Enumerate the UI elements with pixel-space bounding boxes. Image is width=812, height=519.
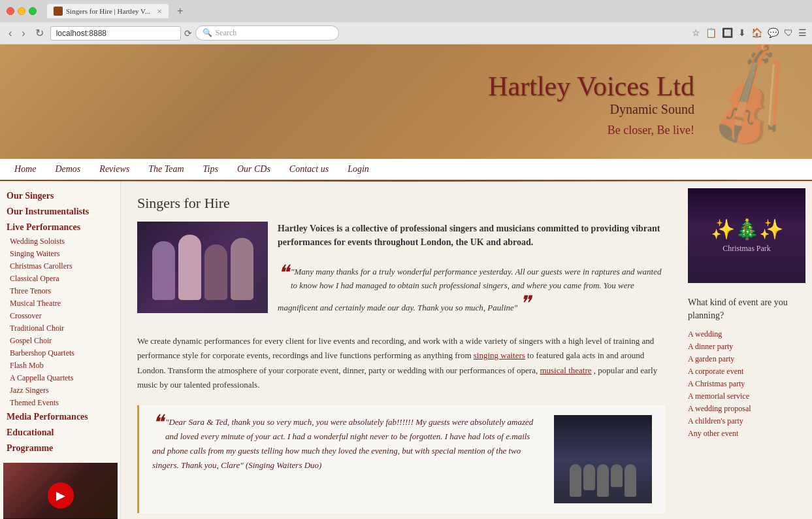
event-type-wedding[interactable]: A wedding bbox=[688, 328, 805, 341]
event-link-other[interactable]: Any other event bbox=[688, 427, 805, 440]
event-link-corporate[interactable]: A corporate event bbox=[688, 365, 805, 378]
event-type-other[interactable]: Any other event bbox=[688, 427, 805, 440]
nav-item-reviews[interactable]: Reviews bbox=[91, 159, 137, 180]
tab-title: Singers for Hire | Hartley V... bbox=[66, 7, 150, 15]
search-bar[interactable]: 🔍 Search bbox=[195, 25, 339, 41]
quote-1-italic: "Many many thanks for a truly wonderful … bbox=[278, 267, 661, 312]
tab-close-button[interactable]: ✕ bbox=[157, 8, 162, 15]
sidebar-link-three-tenors[interactable]: Three Tenors bbox=[3, 285, 117, 297]
nav-link-team[interactable]: The Team bbox=[140, 159, 191, 180]
browser-tab[interactable]: Singers for Hire | Hartley V... ✕ bbox=[47, 4, 169, 18]
sidebar-link-flash-mob[interactable]: Flash Mob bbox=[3, 360, 117, 372]
sidebar-link-musical-theatre[interactable]: Musical Theatre bbox=[3, 297, 117, 310]
shield-icon[interactable]: 🛡 bbox=[784, 28, 793, 39]
nav-item-tips[interactable]: Tips bbox=[195, 159, 226, 180]
close-window-button[interactable] bbox=[7, 7, 14, 15]
refresh-button[interactable]: ↻ bbox=[32, 25, 47, 41]
sidebar-video[interactable]: ▶ Hartley Voices on Paul O'G... bbox=[3, 463, 118, 519]
event-type-memorial[interactable]: A memorial service bbox=[688, 390, 805, 403]
menu-icon[interactable]: ☰ bbox=[798, 27, 807, 39]
sidebar-heading-media-performances[interactable]: Media Performances bbox=[3, 409, 117, 425]
address-bar[interactable] bbox=[50, 26, 181, 41]
nav-link-tips[interactable]: Tips bbox=[195, 159, 226, 180]
bookmark-icon[interactable]: ☆ bbox=[692, 27, 700, 39]
video-thumbnail: ▶ bbox=[3, 463, 118, 519]
sidebar-link-themed-events[interactable]: Themed Events bbox=[3, 397, 117, 409]
reader-icon[interactable]: 📋 bbox=[706, 27, 717, 39]
singer-2 bbox=[178, 235, 201, 300]
intro-bold-text: Hartley Voices is a collective of profes… bbox=[278, 222, 665, 249]
nav-item-cds[interactable]: Our CDs bbox=[229, 159, 278, 180]
new-tab-button[interactable]: + bbox=[177, 5, 183, 17]
tab-favicon bbox=[54, 7, 63, 16]
nav-item-demos[interactable]: Demos bbox=[47, 159, 88, 180]
nav-item-contact[interactable]: Contact us bbox=[282, 159, 336, 180]
reload-button[interactable]: ⟳ bbox=[184, 28, 192, 39]
nav-item-login[interactable]: Login bbox=[340, 159, 377, 180]
nav-item-team[interactable]: The Team bbox=[140, 159, 191, 180]
nav-link-cds[interactable]: Our CDs bbox=[229, 159, 278, 180]
sidebar-heading-instrumentalists[interactable]: Our Instrumentalists bbox=[3, 204, 117, 220]
nav-link-reviews[interactable]: Reviews bbox=[91, 159, 137, 180]
sidebar-link-gospel-choir[interactable]: Gospel Choir bbox=[3, 335, 117, 347]
home-icon[interactable]: 🏠 bbox=[751, 27, 762, 39]
sidebar-heading-educational[interactable]: Educational bbox=[3, 425, 117, 441]
back-button[interactable]: ‹ bbox=[5, 26, 15, 41]
sidebar-link-barbershop-quartets[interactable]: Barbershop Quartets bbox=[3, 347, 117, 360]
event-type-proposal[interactable]: A wedding proposal bbox=[688, 403, 805, 415]
feedback-icon[interactable]: 💬 bbox=[768, 27, 779, 39]
event-scene bbox=[554, 415, 652, 503]
event-link-memorial[interactable]: A memorial service bbox=[688, 390, 805, 403]
minimize-window-button[interactable] bbox=[18, 7, 25, 15]
event-type-garden-party[interactable]: A garden party bbox=[688, 353, 805, 365]
nav-link-demos[interactable]: Demos bbox=[47, 159, 88, 180]
video-preview: ▶ bbox=[3, 463, 118, 519]
open-quote-mark: ❝ bbox=[278, 262, 289, 283]
sidebar-link-wedding-soloists[interactable]: Wedding Soloists bbox=[3, 235, 117, 248]
singing-waiters-link[interactable]: singing waiters bbox=[474, 350, 525, 360]
search-placeholder: Search bbox=[216, 28, 237, 38]
sidebar-link-traditional-choir[interactable]: Traditional Choir bbox=[3, 322, 117, 335]
event-type-corporate[interactable]: A corporate event bbox=[688, 365, 805, 378]
sidebar-link-crossover[interactable]: Crossover bbox=[3, 310, 117, 322]
sidebar-link-a-cappella[interactable]: A Cappella Quartets bbox=[3, 372, 117, 384]
maximize-window-button[interactable] bbox=[29, 7, 37, 15]
event-link-wedding[interactable]: A wedding bbox=[688, 328, 805, 341]
logo-tagline: Be closer, Be live! bbox=[488, 124, 694, 137]
event-link-dinner-party[interactable]: A dinner party bbox=[688, 341, 805, 353]
site-logo: Hartley Voices Ltd Dynamic Sound Be clos… bbox=[488, 71, 694, 137]
forward-button[interactable]: › bbox=[18, 26, 28, 41]
event-type-dinner-party[interactable]: A dinner party bbox=[688, 341, 805, 353]
sidebar-heading-singers[interactable]: Our Singers bbox=[3, 188, 117, 204]
sidebar-heading-programme[interactable]: Programme bbox=[3, 441, 117, 456]
intro-section: Hartley Voices is a collective of profes… bbox=[137, 222, 665, 321]
sidebar-heading-live-performances[interactable]: Live Performances bbox=[3, 220, 117, 235]
video-play-button[interactable]: ▶ bbox=[48, 482, 74, 509]
pocket-icon[interactable]: 🔲 bbox=[722, 27, 733, 39]
nav-link-contact[interactable]: Contact us bbox=[282, 159, 336, 180]
event-link-childrens[interactable]: A children's party bbox=[688, 415, 805, 427]
logo-sub-text: Dynamic Sound bbox=[488, 102, 694, 117]
nav-link-login[interactable]: Login bbox=[340, 159, 377, 180]
christmas-park-label: Christmas Park bbox=[711, 244, 783, 254]
violin-icon: 🎻 bbox=[685, 44, 812, 159]
left-sidebar: Our Singers Our Instrumentalists Live Pe… bbox=[0, 182, 121, 519]
toolbar-icons: ☆ 📋 🔲 ⬇ 🏠 💬 🛡 ☰ bbox=[692, 27, 807, 39]
event-link-proposal[interactable]: A wedding proposal bbox=[688, 403, 805, 415]
sidebar-link-jazz-singers[interactable]: Jazz Singers bbox=[3, 384, 117, 397]
event-type-christmas[interactable]: A Christmas party bbox=[688, 378, 805, 390]
musical-theatre-link[interactable]: musical theatre bbox=[540, 365, 591, 375]
testimonial-quote-text: "Dear Sara & Ted, thank you so very much… bbox=[152, 417, 533, 470]
event-link-garden-party[interactable]: A garden party bbox=[688, 353, 805, 365]
event-link-christmas[interactable]: A Christmas party bbox=[688, 378, 805, 390]
nav-item-home[interactable]: Home bbox=[7, 159, 44, 180]
event-type-childrens[interactable]: A children's party bbox=[688, 415, 805, 427]
sidebar-link-singing-waiters[interactable]: Singing Waiters bbox=[3, 248, 117, 260]
search-icon: 🔍 bbox=[203, 28, 212, 38]
download-icon[interactable]: ⬇ bbox=[738, 27, 746, 39]
site-content: Our Singers Our Instrumentalists Live Pe… bbox=[0, 182, 812, 519]
sidebar-link-christmas-carollers[interactable]: Christmas Carollers bbox=[3, 260, 117, 273]
sidebar-link-classical-opera[interactable]: Classical Opera bbox=[3, 273, 117, 285]
window-controls bbox=[7, 7, 37, 15]
nav-link-home[interactable]: Home bbox=[7, 159, 44, 180]
